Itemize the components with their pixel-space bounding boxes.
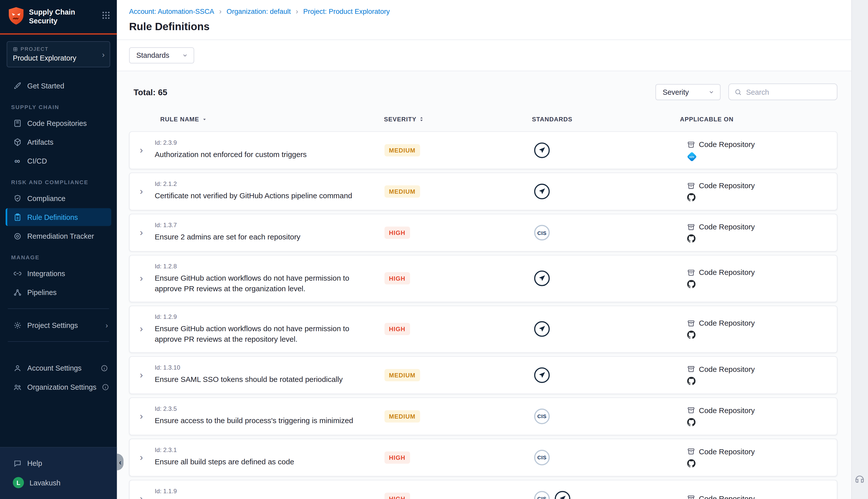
sidebar-item-account-settings[interactable]: Account Settings xyxy=(5,359,111,377)
row-expand-chevron-icon[interactable]: › xyxy=(134,452,149,462)
app-window: Supply Chain Security PROJECT Product Ex… xyxy=(0,0,868,499)
rule-name: Ensure GitHub action workflows do not ha… xyxy=(155,273,377,294)
rule-name: Ensure GitHub action workflows do not ha… xyxy=(155,324,377,345)
severity-filter-dropdown[interactable]: Severity xyxy=(656,84,721,100)
info-icon[interactable] xyxy=(101,364,108,372)
applicable-on-label: Code Repository xyxy=(699,140,755,148)
code-repository-icon xyxy=(687,319,695,327)
chevron-down-icon xyxy=(182,52,188,58)
row-expand-chevron-icon[interactable]: › xyxy=(134,411,149,421)
rule-id: Id: 2.3.1 xyxy=(155,446,377,453)
applicable-on-label: Code Repository xyxy=(699,181,755,190)
table-row[interactable]: › Id: 1.3.10 Ensure SAML SSO tokens shou… xyxy=(129,356,838,394)
rule-name: Ensure SAML SSO tokens should be rotated… xyxy=(155,374,377,385)
avatar: L xyxy=(13,477,24,488)
severity-badge: MEDIUM xyxy=(385,410,420,422)
code-repository-icon xyxy=(687,406,695,414)
github-icon xyxy=(687,193,695,202)
user-menu[interactable]: L Lavakush xyxy=(5,473,111,492)
chevron-right-icon: › xyxy=(106,321,108,329)
column-header-severity[interactable]: SEVERITY xyxy=(384,116,424,123)
rule-id: Id: 2.1.2 xyxy=(155,180,377,187)
code-repository-icon xyxy=(687,365,695,373)
cis-standard-icon: CIS xyxy=(534,408,550,424)
column-header-standards: STANDARDS xyxy=(532,116,572,123)
applicable-on-label: Code Repository xyxy=(699,494,755,499)
github-icon xyxy=(687,459,695,467)
rule-id: Id: 1.3.10 xyxy=(155,364,377,370)
cis-standard-icon: CIS xyxy=(534,225,550,241)
help-button[interactable]: Help xyxy=(5,454,111,473)
project-label: PROJECT xyxy=(13,46,104,52)
sidebar-item-remediation-tracker[interactable]: Remediation Tracker xyxy=(5,227,111,245)
severity-badge: MEDIUM xyxy=(385,144,420,157)
github-icon xyxy=(687,234,695,243)
sidebar-item-compliance[interactable]: Compliance xyxy=(5,189,111,207)
sidebar-item-project-settings[interactable]: Project Settings › xyxy=(5,316,111,334)
owasp-cicd-standard-icon xyxy=(534,321,550,337)
table-row[interactable]: › Id: 1.2.8 Ensure GitHub action workflo… xyxy=(129,255,838,302)
rule-id: Id: 1.3.7 xyxy=(155,222,377,228)
table-row[interactable]: › Id: 2.1.2 Certificate not verified by … xyxy=(129,173,838,210)
sidebar-item-cicd[interactable]: ∞ CI/CD xyxy=(5,152,111,170)
owasp-cicd-standard-icon xyxy=(534,184,550,199)
page-header: Account: Automation-SSCA › Organization:… xyxy=(117,0,851,40)
sidebar-item-code-repositories[interactable]: Code Repositories xyxy=(5,114,111,132)
breadcrumb: Account: Automation-SSCA › Organization:… xyxy=(129,7,852,15)
support-headset-icon[interactable] xyxy=(854,474,865,485)
applicable-on-label: Code Repository xyxy=(699,406,755,414)
divider xyxy=(8,341,109,342)
sidebar-footer: Help L Lavakush xyxy=(0,447,117,499)
standards-filter-label: Standards xyxy=(136,51,169,60)
rule-name: Ensure 2 admins are set for each reposit… xyxy=(155,232,377,243)
column-header-rule-name[interactable]: RULE NAME xyxy=(160,116,207,123)
chevron-right-icon: › xyxy=(102,50,104,59)
sidebar-item-artifacts[interactable]: Artifacts xyxy=(5,133,111,151)
column-header-applicable-on: APPLICABLE ON xyxy=(680,116,733,123)
table-row[interactable]: › Id: 1.2.9 Ensure GitHub action workflo… xyxy=(129,305,838,353)
row-expand-chevron-icon[interactable]: › xyxy=(134,274,149,283)
sidebar-item-pipelines[interactable]: Pipelines xyxy=(5,283,111,301)
search-input[interactable] xyxy=(746,88,831,96)
sidebar-item-organization-settings[interactable]: Organization Settings xyxy=(5,378,111,396)
sidebar-item-label: CI/CD xyxy=(27,157,47,165)
table-row[interactable]: › Id: 2.3.1 Ensure all build steps are d… xyxy=(129,438,838,476)
info-icon[interactable] xyxy=(102,383,109,390)
rocket-icon xyxy=(13,81,22,90)
row-expand-chevron-icon[interactable]: › xyxy=(134,324,149,334)
sidebar-item-label: Organization Settings xyxy=(27,383,97,391)
sidebar-item-rule-definitions[interactable]: Rule Definitions xyxy=(5,208,111,226)
app-title: Supply Chain Security xyxy=(29,7,75,26)
row-expand-chevron-icon[interactable]: › xyxy=(134,370,149,380)
severity-filter-label: Severity xyxy=(663,88,689,96)
sort-desc-icon xyxy=(202,117,207,122)
nav-section-supply-chain: SUPPLY CHAIN xyxy=(0,95,117,113)
rule-id: Id: 1.2.9 xyxy=(155,313,377,320)
table-row[interactable]: › Id: 1.1.9 HIGH CIS xyxy=(129,480,838,499)
project-selector[interactable]: PROJECT Product Exploratory › xyxy=(7,41,110,67)
sidebar-item-integrations[interactable]: Integrations xyxy=(5,264,111,282)
severity-badge: HIGH xyxy=(385,272,410,285)
standards-filter-dropdown[interactable]: Standards xyxy=(129,47,194,63)
table-row[interactable]: › Id: 1.3.7 Ensure 2 admins are set for … xyxy=(129,214,838,252)
table-row[interactable]: › Id: 2.3.9 Authorization not enforced f… xyxy=(129,131,838,169)
row-expand-chevron-icon[interactable]: › xyxy=(134,187,149,196)
applicable-on-label: Code Repository xyxy=(699,447,755,455)
clipboard-list-icon xyxy=(13,212,22,221)
breadcrumb-project-link[interactable]: Project: Product Exploratory xyxy=(303,8,390,15)
rule-id: Id: 2.3.9 xyxy=(155,139,377,146)
severity-badge: HIGH xyxy=(385,492,410,499)
row-expand-chevron-icon[interactable]: › xyxy=(134,145,149,155)
breadcrumb-account-link[interactable]: Account: Automation-SSCA xyxy=(129,8,214,15)
row-expand-chevron-icon[interactable]: › xyxy=(134,494,149,499)
table-row[interactable]: › Id: 2.3.5 Ensure access to the build p… xyxy=(129,397,838,435)
rules-list: › Id: 2.3.9 Authorization not enforced f… xyxy=(129,131,838,499)
sidebar-item-label: Get Started xyxy=(27,82,64,90)
github-icon xyxy=(687,377,695,385)
applicable-on-label: Code Repository xyxy=(699,365,755,373)
sidebar-item-get-started[interactable]: Get Started xyxy=(5,77,111,95)
app-switcher-grid-icon[interactable] xyxy=(102,7,110,20)
breadcrumb-organization-link[interactable]: Organization: default xyxy=(226,8,291,15)
cis-standard-icon: CIS xyxy=(534,491,550,499)
row-expand-chevron-icon[interactable]: › xyxy=(134,228,149,238)
